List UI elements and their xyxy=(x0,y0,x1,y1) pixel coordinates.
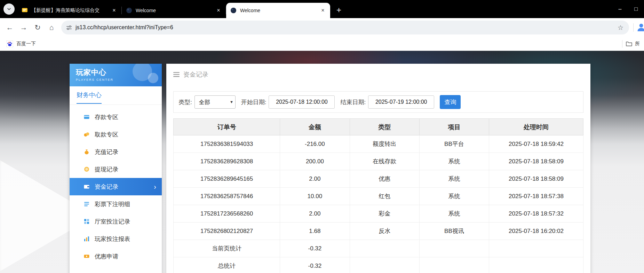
sidebar-item-funds-records[interactable]: 资金记录 › xyxy=(70,178,162,195)
sidebar-item-player-bet-report[interactable]: 玩家投注报表 xyxy=(70,230,162,248)
cell-empty xyxy=(350,257,419,273)
tab-title: 【新提醒】海燕策略论坛综合交 xyxy=(31,7,110,14)
cell-amount: -216.00 xyxy=(280,135,350,153)
cell-order-no: 1752836289628308 xyxy=(174,153,280,170)
panel-header: 资金记录 xyxy=(173,64,583,85)
search-button[interactable]: 查询 xyxy=(440,95,461,109)
bookmark-star-icon[interactable]: ☆ xyxy=(617,24,624,32)
cell-type: 反水 xyxy=(350,223,419,240)
minimize-button[interactable]: – xyxy=(612,0,628,18)
cell-project: 系统 xyxy=(419,205,489,223)
end-date-input[interactable] xyxy=(368,95,434,109)
deposit-card-icon xyxy=(84,114,90,120)
sidebar-item-label: 资金记录 xyxy=(95,183,118,191)
column-header-project: 项目 xyxy=(419,119,489,135)
cell-order-no: 1752836381594033 xyxy=(174,135,280,153)
cell-summary-amount: -0.32 xyxy=(280,257,350,273)
withdraw-coins-icon xyxy=(84,131,90,138)
cell-project: BB视讯 xyxy=(419,223,489,240)
tab-strip: 【新提醒】海燕策略论坛综合交 × Welcome × Welcome × + –… xyxy=(0,0,644,18)
sidebar-item-recharge-records[interactable]: 充值记录 xyxy=(70,143,162,161)
cell-amount: 1.68 xyxy=(280,223,350,240)
cell-amount: 200.00 xyxy=(280,153,350,170)
hamburger-icon xyxy=(173,72,180,77)
sidebar-item-label: 提现记录 xyxy=(95,165,118,173)
table-row: 17528362896451652.00优惠系统2025-07-18 18:58… xyxy=(174,170,583,188)
profile-avatar[interactable] xyxy=(636,22,644,33)
bookmark-baidu[interactable]: 百度一下 xyxy=(4,39,38,49)
cell-type: 在线存款 xyxy=(350,153,419,170)
sidebar-section-label: 财务中心 xyxy=(77,91,102,104)
cell-time: 2025-07-18 18:57:32 xyxy=(489,205,583,223)
sidebar-item-hall-bet-records[interactable]: 厅室投注记录 xyxy=(70,213,162,230)
wallet-icon xyxy=(84,184,90,190)
bookmarks-folder[interactable]: 所 xyxy=(626,41,640,47)
bookmarks-folder-label: 所 xyxy=(635,41,640,47)
grid-icon xyxy=(84,218,90,225)
maximize-button[interactable]: □ xyxy=(628,0,644,18)
cell-amount: 10.00 xyxy=(280,188,350,205)
browser-tab-forum[interactable]: 【新提醒】海燕策略论坛综合交 × xyxy=(17,3,121,18)
sidebar-item-label: 优惠申请 xyxy=(95,252,118,260)
tab-title: Welcome xyxy=(136,8,215,13)
forward-button[interactable]: → xyxy=(17,21,31,34)
cell-order-no: 1752836289645165 xyxy=(174,170,280,188)
sidebar-item-label: 厅室投注记录 xyxy=(95,218,130,226)
nav-separator xyxy=(633,23,634,32)
cell-project: 系统 xyxy=(419,170,489,188)
cell-empty xyxy=(350,240,419,257)
cell-time: 2025-07-18 16:20:02 xyxy=(489,223,583,240)
tab-close-icon[interactable]: × xyxy=(215,7,222,14)
type-select[interactable]: 全部 xyxy=(194,95,236,109)
sidebar-item-withdrawal-records[interactable]: 提现记录 xyxy=(70,161,162,178)
chevron-right-icon: › xyxy=(154,183,156,191)
home-button[interactable]: ⌂ xyxy=(45,21,58,34)
folder-icon xyxy=(626,41,632,47)
start-date-label: 开始日期: xyxy=(241,98,267,106)
sidebar-item-deposit-zone[interactable]: 存款专区 xyxy=(70,108,162,126)
cell-amount: 2.00 xyxy=(280,205,350,223)
column-header-order-no: 订单号 xyxy=(174,119,280,135)
moneybag-icon xyxy=(84,149,90,155)
sidebar-item-label: 玩家投注报表 xyxy=(95,235,130,243)
welcome-favicon-icon xyxy=(126,7,132,14)
page-title: 资金记录 xyxy=(183,70,208,79)
sidebar-item-withdraw-zone[interactable]: 取款专区 xyxy=(70,126,162,143)
bookmarks-bar-right: 所 xyxy=(622,40,640,48)
sidebar-header: 玩家中心 PLAYERS CENTER xyxy=(70,64,162,86)
welcome-favicon-icon xyxy=(230,7,237,14)
table-row: 1752836289628308200.00在线存款系统2025-07-18 1… xyxy=(174,153,583,170)
tab-close-icon[interactable]: × xyxy=(110,7,118,14)
forum-favicon-icon xyxy=(22,7,28,14)
sidebar-item-label: 彩票下注明细 xyxy=(95,200,130,208)
cell-type: 优惠 xyxy=(350,170,419,188)
cell-summary-label: 当前页统计 xyxy=(174,240,280,257)
cell-summary-amount: -0.32 xyxy=(280,240,350,257)
refresh-button[interactable]: ↻ xyxy=(31,21,45,34)
cell-empty xyxy=(489,240,583,257)
sidebar-item-lottery-bet-detail[interactable]: 彩票下注明细 xyxy=(70,195,162,213)
list-icon xyxy=(84,201,90,207)
browser-tab-welcome-1[interactable]: Welcome × xyxy=(122,3,226,18)
table-row: 17528268021208271.68反水BB视讯2025-07-18 16:… xyxy=(174,223,583,240)
cell-amount: 2.00 xyxy=(280,170,350,188)
site-settings-icon xyxy=(66,25,72,31)
bookmark-label: 百度一下 xyxy=(16,41,36,47)
sidebar-item-promo-apply[interactable]: 优惠申请 xyxy=(70,248,162,265)
sidebar-item-label: 存款专区 xyxy=(95,113,118,121)
chevron-down-icon xyxy=(7,7,11,11)
type-select-wrap: 全部 ▾ xyxy=(194,95,236,109)
tab-close-icon[interactable]: × xyxy=(319,7,327,14)
new-tab-button[interactable]: + xyxy=(333,4,345,16)
start-date-input[interactable] xyxy=(269,95,335,109)
cell-empty xyxy=(419,257,489,273)
sidebar-item-label: 充值记录 xyxy=(95,148,118,156)
browser-tab-welcome-2-active[interactable]: Welcome × xyxy=(226,3,330,18)
cell-time: 2025-07-18 18:59:42 xyxy=(489,135,583,153)
address-bar[interactable]: js13.cc/hhcp/usercenter.html?iniType=6 ☆ xyxy=(61,21,629,34)
table-row: 1752836381594033-216.00额度转出BB平台2025-07-1… xyxy=(174,135,583,153)
tab-search-button[interactable] xyxy=(3,3,15,15)
back-button[interactable]: ← xyxy=(3,21,17,34)
column-header-type: 类型 xyxy=(350,119,419,135)
baidu-paw-icon xyxy=(6,40,13,47)
